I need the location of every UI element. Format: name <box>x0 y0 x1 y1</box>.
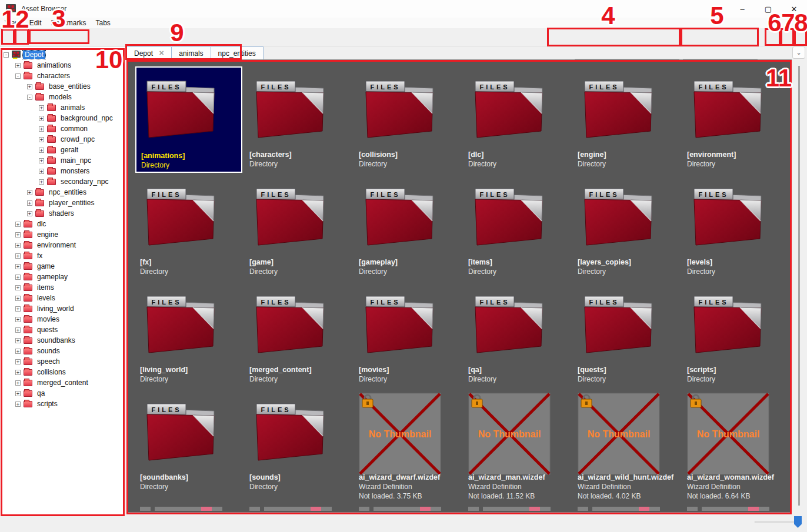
asset-tile-file[interactable]: No Thumbnailai_wizard_wild_hunt.wizdefWi… <box>573 389 680 504</box>
asset-tile-folder[interactable]: FILES[layers_copies]Directory <box>573 174 680 289</box>
tree-item-label[interactable]: living_world <box>35 305 76 313</box>
tree-item-label[interactable]: levels <box>35 294 57 302</box>
asset-tile-folder[interactable]: FILES[qa]Directory <box>463 282 571 397</box>
asset-tile-folder[interactable]: FILES[movies]Directory <box>354 282 461 397</box>
menu-item-tabs[interactable]: Tabs <box>91 18 115 28</box>
tree-item-label[interactable]: game <box>35 262 56 270</box>
tree-item-label[interactable]: Depot <box>23 51 45 59</box>
asset-tile-folder[interactable]: FILES[collisions]Directory <box>354 66 461 182</box>
asset-grid-panel[interactable]: FILES[animations]DirectoryFILES[characte… <box>126 59 792 513</box>
tree-item-label[interactable]: items <box>35 283 56 292</box>
tree-item-label[interactable]: monsters <box>59 167 91 175</box>
tree-expander-icon[interactable]: + <box>15 253 21 259</box>
tree-item-items[interactable]: +items <box>0 282 125 293</box>
asset-tile-folder[interactable]: FILES[merged_content]Directory <box>245 282 352 397</box>
asset-tile-file[interactable]: No Thumbnailai_wizard_man.wizdefWizard D… <box>463 389 571 504</box>
asset-tile-partial[interactable] <box>249 507 332 511</box>
tree-expander-icon[interactable]: + <box>15 275 21 280</box>
tree-item-collisions[interactable]: +collisions <box>0 367 125 377</box>
tree-item-label[interactable]: models <box>47 93 74 101</box>
tree-expander-icon[interactable]: - <box>27 95 32 100</box>
tree-item-background_npc[interactable]: +background_npc <box>0 113 125 123</box>
tree-expander-icon[interactable]: + <box>15 370 21 375</box>
asset-tile-partial[interactable] <box>578 507 660 511</box>
tab-depot[interactable]: Depot✕ <box>126 46 172 60</box>
tree-expander-icon[interactable]: + <box>39 137 44 142</box>
tree-item-merged_content[interactable]: +merged_content <box>0 377 125 388</box>
asset-tile-folder[interactable]: FILES[game]Directory <box>245 174 352 289</box>
thumbnail-size-slider-thumb[interactable] <box>794 516 802 528</box>
asset-tile-folder[interactable]: FILES[sounds]Directory <box>245 389 352 504</box>
tree-item-monsters[interactable]: +monsters <box>0 166 125 176</box>
asset-tile-folder[interactable]: FILES[levels]Directory <box>682 174 789 289</box>
tree-expander-icon[interactable]: + <box>15 391 21 396</box>
tree-expander-icon[interactable]: - <box>15 73 21 79</box>
tree-item-label[interactable]: secondary_npc <box>59 178 110 186</box>
tree-expander-icon[interactable]: + <box>15 327 21 333</box>
tree-expander-icon[interactable]: + <box>15 306 21 312</box>
tree-item-npc_entities[interactable]: +npc_entities <box>0 187 125 198</box>
tree-item-label[interactable]: crowd_npc <box>59 135 96 143</box>
tree-item-environment[interactable]: +environment <box>0 240 125 250</box>
tree-item-label[interactable]: sounds <box>35 347 62 355</box>
tree-item-speech[interactable]: +speech <box>0 356 125 367</box>
tree-expander-icon[interactable]: + <box>15 232 21 237</box>
tree-item-characters[interactable]: -characters <box>0 71 125 81</box>
tree-item-levels[interactable]: +levels <box>0 293 125 303</box>
tree-expander-icon[interactable]: + <box>15 380 21 386</box>
tree-expander-icon[interactable]: + <box>27 211 32 216</box>
tree-item-label[interactable]: movies <box>35 315 61 323</box>
asset-tile-folder[interactable]: FILES[scripts]Directory <box>682 282 789 397</box>
tree-item-qa[interactable]: +qa <box>0 388 125 399</box>
menu-item-bookmarks[interactable]: Bookmarks <box>46 18 91 28</box>
tree-expander-icon[interactable]: + <box>27 190 32 195</box>
tree-item-label[interactable]: player_entities <box>47 199 96 207</box>
tree-item-label[interactable]: merged_content <box>35 379 90 387</box>
tree-item-label[interactable]: npc_entities <box>47 188 88 196</box>
tree-item-label[interactable]: base_entities <box>47 82 92 91</box>
tree-expander-icon[interactable]: + <box>15 296 21 301</box>
tree-item-models[interactable]: -models <box>0 92 125 102</box>
tree-expander-icon[interactable]: + <box>15 338 21 343</box>
tree-expander-icon[interactable]: + <box>15 222 21 227</box>
tree-expander-icon[interactable]: + <box>39 179 44 185</box>
asset-tile-partial[interactable] <box>359 507 441 511</box>
tree-item-game[interactable]: +game <box>0 261 125 272</box>
tree-item-label[interactable]: scripts <box>35 400 59 408</box>
tree-expander-icon[interactable]: + <box>39 126 44 132</box>
asset-tile-folder[interactable]: FILES[characters]Directory <box>245 66 352 182</box>
asset-tile-folder[interactable]: FILES[fx]Directory <box>135 174 242 289</box>
asset-tile-folder[interactable]: FILES[soundbanks]Directory <box>135 389 242 504</box>
tree-item-label[interactable]: quests <box>35 326 59 334</box>
tree-item-label[interactable]: animals <box>59 103 86 112</box>
tree-expander-icon[interactable]: - <box>4 52 9 58</box>
tree-expander-icon[interactable]: + <box>15 285 21 290</box>
menu-item-edit[interactable]: Edit <box>25 18 46 28</box>
tree-item-animals[interactable]: +animals <box>0 102 125 113</box>
tree-expander-icon[interactable]: + <box>15 349 21 354</box>
tab-animals[interactable]: animals <box>171 46 211 60</box>
tree-item-living_world[interactable]: +living_world <box>0 303 125 314</box>
asset-tile-partial[interactable] <box>687 507 769 511</box>
tree-item-label[interactable]: background_npc <box>59 114 115 122</box>
tree-expander-icon[interactable]: + <box>39 169 44 174</box>
tree-item-label[interactable]: dlc <box>35 220 48 228</box>
tree-expander-icon[interactable]: + <box>27 200 32 206</box>
tree-item-geralt[interactable]: +geralt <box>0 145 125 155</box>
asset-tile-partial[interactable] <box>140 507 222 511</box>
tree-item-crowd_npc[interactable]: +crowd_npc <box>0 134 125 145</box>
tree-item-label[interactable]: qa <box>35 389 46 397</box>
tree-item-movies[interactable]: +movies <box>0 314 125 324</box>
menu-item-view[interactable]: View <box>0 18 25 28</box>
tree-item-depot[interactable]: -Depot <box>0 49 125 60</box>
asset-tile-folder[interactable]: FILES[gameplay]Directory <box>354 174 461 289</box>
asset-tile-folder[interactable]: FILES[quests]Directory <box>573 282 680 397</box>
tree-item-sounds[interactable]: +sounds <box>0 346 125 356</box>
tree-expander-icon[interactable]: + <box>39 116 44 121</box>
tree-item-label[interactable]: gameplay <box>35 273 69 281</box>
tree-expander-icon[interactable]: + <box>39 105 44 111</box>
tree-item-label[interactable]: geralt <box>59 146 80 154</box>
tree-item-engine[interactable]: +engine <box>0 229 125 240</box>
asset-tile-folder[interactable]: FILES[items]Directory <box>463 174 571 289</box>
tree-expander-icon[interactable]: + <box>15 359 21 364</box>
